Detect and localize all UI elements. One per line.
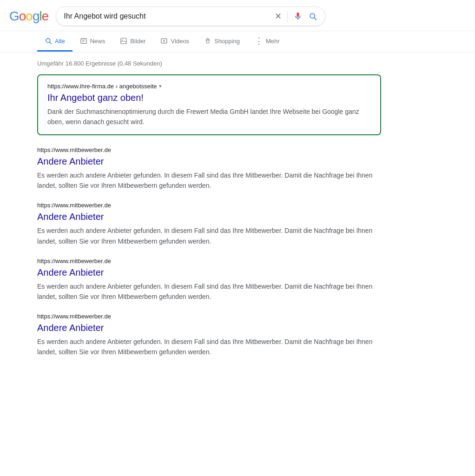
tab-alle-label: Alle bbox=[55, 38, 65, 45]
result-item: https://www.mitbewerber.de Andere Anbiet… bbox=[37, 258, 381, 302]
tab-shopping-label: Shopping bbox=[214, 38, 240, 45]
svg-point-0 bbox=[46, 39, 50, 43]
result-item: https://www.mitbewerber.de Andere Anbiet… bbox=[37, 146, 381, 191]
search-bar: ✕ bbox=[56, 7, 325, 26]
result-url: https://www.mitbewerber.de bbox=[37, 146, 381, 153]
featured-result: https://www.ihre-firma.de › angebotsseit… bbox=[37, 74, 381, 135]
tab-bilder-label: Bilder bbox=[130, 38, 145, 45]
result-desc: Es werden auch andere Anbieter gefunden.… bbox=[37, 337, 381, 357]
tab-mehr-label: Mehr bbox=[266, 38, 280, 45]
search-input[interactable] bbox=[64, 12, 270, 20]
featured-result-title[interactable]: Ihr Angebot ganz oben! bbox=[47, 92, 371, 104]
google-logo[interactable]: Google bbox=[9, 9, 48, 24]
svg-rect-4 bbox=[121, 38, 126, 44]
svg-point-5 bbox=[122, 40, 123, 40]
header: Google ✕ bbox=[0, 0, 475, 31]
result-url-text: https://www.mitbewerber.de bbox=[37, 202, 111, 209]
result-items-container: https://www.mitbewerber.de Andere Anbiet… bbox=[37, 146, 381, 357]
result-desc: Es werden auch andere Anbieter gefunden.… bbox=[37, 225, 381, 246]
news-icon bbox=[80, 37, 87, 45]
results-count: Umgefähr 16.800 Ergebnisse (0,48 Sekunde… bbox=[37, 60, 381, 67]
svg-marker-7 bbox=[164, 40, 165, 42]
mic-icon[interactable] bbox=[293, 12, 303, 21]
tab-mehr[interactable]: ⋮ Mehr bbox=[247, 31, 287, 52]
search-icons: ✕ bbox=[275, 11, 317, 22]
result-url-text: https://www.mitbewerber.de bbox=[37, 313, 111, 320]
result-desc: Es werden auch andere Anbieter gefunden.… bbox=[37, 170, 381, 191]
logo-o1: o bbox=[19, 9, 26, 24]
result-url: https://www.mitbewerber.de bbox=[37, 313, 381, 320]
logo-g2: g bbox=[33, 9, 40, 24]
mehr-dots-icon: ⋮ bbox=[255, 37, 263, 45]
results-area: Umgefähr 16.800 Ergebnisse (0,48 Sekunde… bbox=[0, 53, 418, 376]
tab-videos[interactable]: Videos bbox=[153, 32, 197, 52]
result-title[interactable]: Andere Anbieter bbox=[37, 266, 381, 278]
search-submit-icon[interactable] bbox=[308, 12, 317, 21]
result-item: https://www.mitbewerber.de Andere Anbiet… bbox=[37, 313, 381, 357]
result-desc: Es werden auch andere Anbieter gefunden.… bbox=[37, 281, 381, 302]
result-url-text: https://www.mitbewerber.de bbox=[37, 258, 111, 264]
result-item: https://www.mitbewerber.de Andere Anbiet… bbox=[37, 202, 381, 246]
result-url: https://www.mitbewerber.de bbox=[37, 258, 381, 264]
featured-result-url: https://www.ihre-firma.de › angebotsseit… bbox=[47, 83, 371, 90]
tab-bilder[interactable]: Bilder bbox=[112, 32, 153, 52]
logo-e: e bbox=[42, 9, 49, 24]
result-title[interactable]: Andere Anbieter bbox=[37, 322, 381, 334]
url-dropdown-arrow[interactable]: ▾ bbox=[159, 83, 162, 89]
logo-g: G bbox=[9, 9, 19, 24]
result-url: https://www.mitbewerber.de bbox=[37, 202, 381, 209]
tab-news[interactable]: News bbox=[73, 32, 113, 52]
videos-icon bbox=[160, 37, 168, 45]
tab-videos-label: Videos bbox=[171, 38, 189, 45]
result-title[interactable]: Andere Anbieter bbox=[37, 211, 381, 223]
svg-rect-1 bbox=[81, 39, 86, 44]
bilder-icon bbox=[120, 37, 127, 45]
tab-alle[interactable]: Alle bbox=[37, 32, 73, 52]
shopping-icon bbox=[204, 37, 211, 45]
featured-result-desc: Dank der Suchmaschinenoptimierung durch … bbox=[47, 106, 371, 127]
tab-news-label: News bbox=[90, 38, 106, 45]
search-bar-divider bbox=[287, 11, 288, 22]
nav-tabs: Alle News Bilder Videos Shopping ⋮ M bbox=[0, 31, 475, 53]
clear-icon[interactable]: ✕ bbox=[275, 12, 282, 20]
result-title[interactable]: Andere Anbieter bbox=[37, 155, 381, 167]
result-url-text: https://www.mitbewerber.de bbox=[37, 146, 111, 153]
alle-search-icon bbox=[45, 37, 52, 45]
logo-o2: o bbox=[26, 9, 33, 24]
tab-shopping[interactable]: Shopping bbox=[197, 32, 247, 52]
